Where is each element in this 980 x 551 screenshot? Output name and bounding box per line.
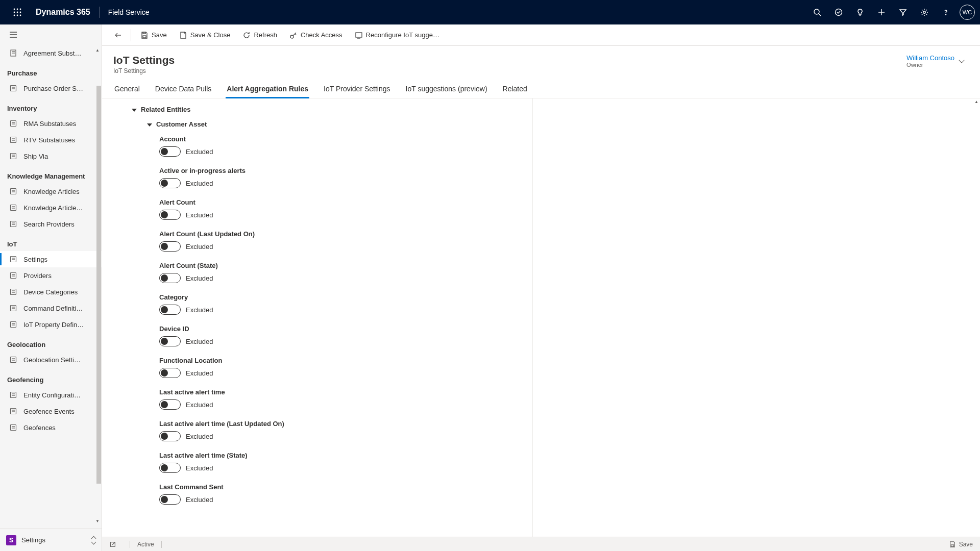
svg-rect-38: [11, 205, 16, 211]
user-avatar[interactable]: WC: [960, 5, 975, 20]
sidebar-item[interactable]: RMA Substatuses: [0, 115, 102, 132]
toggle-field: Device IDExcluded: [114, 325, 532, 357]
global-topbar: Dynamics 365 Field Service WC: [0, 0, 980, 24]
toggle-switch[interactable]: [159, 146, 181, 157]
toggle-switch[interactable]: [159, 336, 181, 346]
sidebar-item[interactable]: IoT Property Defin…: [0, 316, 102, 333]
subsection-customer-asset[interactable]: Customer Asset: [114, 118, 532, 135]
entity-icon: [9, 271, 17, 280]
svg-rect-29: [11, 137, 16, 143]
field-label: Alert Count: [159, 198, 532, 206]
toggle-state-label: Excluded: [186, 464, 213, 472]
task-icon[interactable]: [828, 0, 849, 24]
toggle-state-label: Excluded: [186, 433, 213, 440]
save-close-button[interactable]: Save & Close: [174, 28, 236, 42]
filter-icon[interactable]: [892, 0, 914, 24]
lightbulb-icon[interactable]: [849, 0, 871, 24]
entity-icon: [9, 255, 17, 263]
back-button[interactable]: [109, 27, 127, 44]
section-related-entities[interactable]: Related Entities: [114, 104, 532, 118]
sidebar-item[interactable]: Purchase Order S…: [0, 80, 102, 96]
toggle-switch[interactable]: [159, 431, 181, 441]
toggle-switch[interactable]: [159, 463, 181, 473]
sidebar-item[interactable]: Knowledge Articles: [0, 183, 102, 199]
toggle-switch[interactable]: [159, 368, 181, 378]
save-button[interactable]: Save: [135, 28, 172, 42]
record-owner-dropdown[interactable]: William Contoso Owner: [906, 54, 969, 68]
toggle-state-label: Excluded: [186, 306, 213, 314]
help-icon[interactable]: [935, 0, 957, 24]
sidebar-item[interactable]: Geofences: [0, 419, 102, 436]
refresh-button[interactable]: Refresh: [237, 28, 282, 42]
sidebar-item[interactable]: Providers: [0, 267, 102, 284]
svg-point-16: [945, 14, 946, 15]
svg-line-10: [819, 14, 821, 16]
svg-rect-68: [11, 425, 16, 431]
nav-group-header: Geolocation: [0, 333, 102, 352]
sidebar-item-label: Providers: [23, 272, 52, 280]
field-label: Category: [159, 293, 532, 301]
sidebar-item[interactable]: RTV Substatuses: [0, 132, 102, 148]
refresh-icon: [242, 31, 251, 39]
tab[interactable]: IoT Provider Settings: [323, 82, 391, 98]
nav-scroll-down-icon[interactable]: ▼: [95, 519, 100, 523]
toggle-switch[interactable]: [159, 178, 181, 188]
svg-point-2: [20, 9, 21, 10]
check-access-button[interactable]: Check Access: [284, 28, 348, 42]
panel-scroll-up-icon[interactable]: ▲: [974, 99, 979, 105]
sidebar-item-label: Agreement Subst…: [23, 49, 81, 57]
tab[interactable]: General: [113, 82, 141, 98]
nav-group-header: Purchase: [0, 61, 102, 80]
module-label[interactable]: Field Service: [103, 8, 155, 16]
toggle-switch[interactable]: [159, 494, 181, 505]
toggle-switch[interactable]: [159, 273, 181, 283]
svg-rect-77: [951, 544, 953, 546]
sidebar-item-label: Ship Via: [23, 153, 48, 160]
footer-save-icon[interactable]: [949, 541, 956, 548]
svg-point-5: [20, 12, 21, 13]
svg-rect-41: [11, 221, 16, 227]
sidebar-item[interactable]: Settings: [0, 251, 102, 267]
toggle-switch[interactable]: [159, 399, 181, 410]
toggle-switch[interactable]: [159, 210, 181, 220]
svg-rect-59: [11, 357, 16, 363]
toggle-field: CategoryExcluded: [114, 293, 532, 325]
svg-rect-62: [11, 392, 16, 398]
nav-scrollbar[interactable]: [96, 86, 101, 484]
popout-icon[interactable]: [109, 541, 116, 548]
gear-icon[interactable]: [914, 0, 935, 24]
plus-icon[interactable]: [871, 0, 892, 24]
reconfigure-button[interactable]: Reconfigure IoT sugge…: [350, 28, 445, 42]
toggle-switch[interactable]: [159, 305, 181, 315]
sidebar-item[interactable]: Knowledge Article…: [0, 199, 102, 216]
content-area: Save Save & Close Refresh Check Access R…: [102, 24, 980, 551]
sidebar-item[interactable]: Geolocation Setti…: [0, 352, 102, 368]
page-subtitle: IoT Settings: [113, 67, 175, 74]
entity-icon: [9, 187, 17, 195]
area-badge: S: [6, 535, 16, 545]
sidebar-item[interactable]: Search Providers: [0, 216, 102, 232]
sidebar-item[interactable]: Entity Configurati…: [0, 387, 102, 403]
sidebar-item[interactable]: Geofence Events: [0, 403, 102, 419]
area-switcher[interactable]: S Settings: [0, 529, 102, 551]
owner-name: William Contoso: [906, 54, 954, 62]
entity-icon: [9, 119, 17, 128]
search-icon[interactable]: [806, 0, 828, 24]
tab[interactable]: Related: [502, 82, 528, 98]
app-launcher-icon[interactable]: [5, 8, 30, 16]
tab[interactable]: Device Data Pulls: [154, 82, 213, 98]
svg-point-11: [836, 9, 842, 16]
entity-icon: [9, 220, 17, 228]
toggle-switch[interactable]: [159, 241, 181, 252]
nav-toggle-icon[interactable]: [0, 24, 102, 45]
tab[interactable]: IoT suggestions (preview): [405, 82, 488, 98]
sidebar-item[interactable]: Device Categories: [0, 284, 102, 300]
sidebar-item[interactable]: Agreement Subst…: [0, 45, 102, 61]
svg-point-6: [14, 15, 15, 16]
tab[interactable]: Alert Aggregation Rules: [226, 82, 309, 98]
svg-point-4: [17, 12, 18, 13]
sidebar-item[interactable]: Command Definiti…: [0, 300, 102, 316]
footer-save-label[interactable]: Save: [959, 541, 973, 548]
sidebar-item[interactable]: Ship Via: [0, 148, 102, 164]
sidebar-item-label: Purchase Order S…: [23, 85, 83, 92]
